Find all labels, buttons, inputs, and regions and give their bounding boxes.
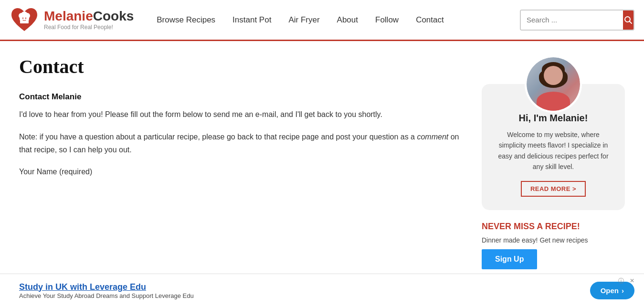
logo-icon bbox=[10, 5, 39, 35]
form-name-label: Your Name (required) bbox=[19, 168, 463, 176]
ad-close-area: ⓘ ✕ bbox=[618, 277, 634, 284]
logo-text: MelanieCooks Real Food for Real People! bbox=[44, 9, 134, 31]
read-more-button[interactable]: READ MORE > bbox=[521, 181, 586, 197]
svg-point-5 bbox=[22, 17, 23, 18]
nav-follow[interactable]: Follow bbox=[367, 0, 407, 41]
author-avatar bbox=[525, 55, 582, 113]
logo-link[interactable]: MelanieCooks Real Food for Real People! bbox=[10, 5, 134, 35]
author-name: Hi, I'm Melanie! bbox=[493, 113, 613, 124]
search-input[interactable] bbox=[521, 11, 623, 30]
sidebar: Hi, I'm Melanie! Welcome to my website, … bbox=[482, 55, 625, 269]
content-area: Contact Contact Melanie I'd love to hear… bbox=[19, 55, 463, 269]
author-desc: Welcome to my website, where simplicity … bbox=[493, 129, 613, 172]
logo-subtitle: Real Food for Real People! bbox=[44, 24, 134, 31]
ad-title[interactable]: Study in UK with Leverage Edu bbox=[19, 282, 581, 284]
svg-point-6 bbox=[25, 17, 26, 18]
ad-info-icon: ⓘ bbox=[618, 277, 624, 284]
signup-button[interactable]: Sign Up bbox=[482, 249, 537, 269]
nav-air-fryer[interactable]: Air Fryer bbox=[280, 0, 328, 41]
newsletter-text: Dinner made easy! Get new recipes bbox=[482, 235, 625, 245]
contact-note-italic: comment bbox=[417, 133, 448, 141]
ad-close-icon[interactable]: ✕ bbox=[630, 277, 634, 284]
newsletter-section: NEVER MISS A RECIPE! Dinner made easy! G… bbox=[482, 222, 625, 269]
contact-subtitle: Contact Melanie bbox=[19, 92, 463, 102]
ad-content: Study in UK with Leverage Edu Achieve Yo… bbox=[10, 282, 590, 284]
search-area bbox=[520, 10, 634, 31]
nav-contact[interactable]: Contact bbox=[407, 0, 453, 41]
nav-browse-recipes[interactable]: Browse Recipes bbox=[148, 0, 224, 41]
nav-about[interactable]: About bbox=[328, 0, 367, 41]
author-card: Hi, I'm Melanie! Welcome to my website, … bbox=[482, 84, 625, 210]
search-button[interactable] bbox=[623, 10, 633, 31]
contact-note-prefix: Note: if you have a question about a par… bbox=[19, 133, 417, 141]
main-nav: Browse Recipes Instant Pot Air Fryer Abo… bbox=[148, 0, 520, 41]
search-icon bbox=[624, 16, 633, 24]
newsletter-title: NEVER MISS A RECIPE! bbox=[482, 222, 625, 232]
svg-rect-1 bbox=[20, 21, 29, 23]
logo-title: MelanieCooks bbox=[44, 9, 134, 24]
main-container: Contact Contact Melanie I'd love to hear… bbox=[0, 41, 644, 284]
contact-note-text: Note: if you have a question about a par… bbox=[19, 130, 463, 156]
svg-line-8 bbox=[630, 21, 632, 23]
site-header: MelanieCooks Real Food for Real People! … bbox=[0, 0, 644, 41]
page-title: Contact bbox=[19, 55, 463, 78]
contact-intro-text: I'd love to hear from you! Please fill o… bbox=[19, 108, 463, 121]
svg-point-4 bbox=[21, 11, 28, 18]
ad-banner: ⓘ ✕ Study in UK with Leverage Edu Achiev… bbox=[0, 274, 644, 284]
author-avatar-img bbox=[527, 57, 580, 111]
nav-instant-pot[interactable]: Instant Pot bbox=[224, 0, 280, 41]
